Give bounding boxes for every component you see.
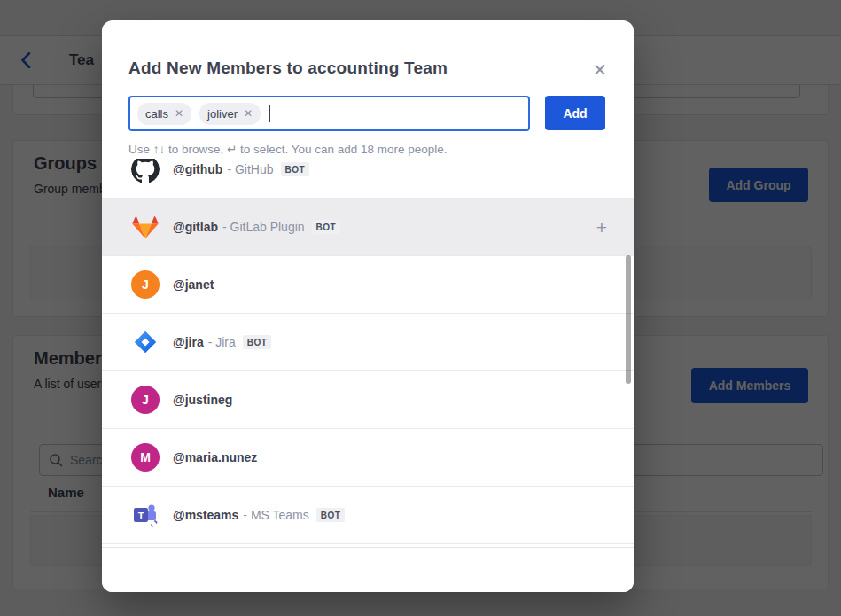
result-username: @janet [173, 277, 214, 292]
result-row[interactable]: @github - GitHub BOT [102, 159, 634, 199]
result-username: @github [173, 162, 222, 176]
result-description: - Jira [208, 335, 236, 349]
result-username: @maria.nunez [173, 450, 257, 464]
avatar: J [131, 386, 160, 414]
add-button[interactable]: Add [545, 96, 605, 130]
svg-text:T: T [138, 511, 144, 521]
bot-badge: BOT [281, 162, 310, 176]
gitlab-icon [131, 213, 160, 241]
modal-footer [102, 547, 634, 592]
tag-remove-icon[interactable]: ✕ [244, 108, 253, 119]
result-row[interactable]: @gitlab - GitLab Plugin BOT + [102, 199, 634, 256]
tag-remove-icon[interactable]: ✕ [175, 108, 183, 119]
result-description: - GitHub [227, 162, 273, 176]
result-row[interactable]: J @janet [102, 256, 634, 314]
result-description: - GitLab Plugin [222, 220, 305, 234]
result-description: - MS Teams [243, 508, 308, 522]
result-row[interactable]: @jira - Jira BOT [102, 314, 634, 371]
result-username: @jira [173, 335, 204, 349]
avatar: M [131, 443, 160, 472]
bot-badge: BOT [243, 335, 272, 349]
selected-tag[interactable]: joliver ✕ [199, 103, 261, 125]
github-icon [131, 159, 160, 183]
result-row[interactable]: M @maria.nunez [102, 429, 634, 487]
plus-icon[interactable]: + [596, 218, 607, 237]
result-username: @gitlab [173, 220, 218, 234]
jira-icon [131, 328, 160, 356]
close-icon[interactable]: ✕ [589, 59, 611, 81]
result-row[interactable]: T @msteams - MS Teams BOT [102, 487, 634, 544]
text-caret [269, 105, 270, 122]
avatar: J [131, 270, 160, 299]
scrollbar-thumb[interactable] [626, 255, 631, 384]
modal-title: Add New Members to accounting Team [128, 58, 448, 78]
hint-text: Use ↑↓ to browse, ↵ to select. You can a… [128, 142, 448, 156]
result-username: @justineg [173, 393, 232, 407]
members-tag-input[interactable]: calls ✕ joliver ✕ [128, 96, 530, 131]
add-members-modal: Add New Members to accounting Team ✕ cal… [102, 20, 634, 592]
result-row[interactable]: J @justineg [102, 371, 634, 429]
bot-badge: BOT [316, 508, 346, 522]
tag-label: joliver [207, 107, 238, 121]
msteams-icon: T [131, 501, 160, 529]
tag-list: calls ✕ joliver ✕ [137, 103, 269, 125]
bot-badge: BOT [312, 220, 341, 234]
selected-tag[interactable]: calls ✕ [137, 103, 191, 125]
results-list: @github - GitHub BOT @gitlab - GitLab Pl… [102, 159, 634, 544]
result-username: @msteams [173, 508, 238, 522]
tag-label: calls [145, 107, 168, 121]
results-container: @github - GitHub BOT @gitlab - GitLab Pl… [102, 159, 634, 547]
